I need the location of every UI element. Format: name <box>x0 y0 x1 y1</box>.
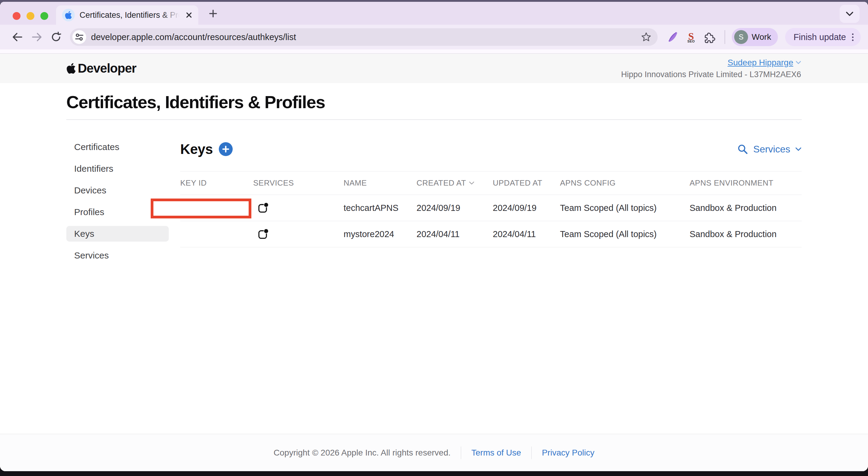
cell-updated-at: 2024/09/19 <box>493 195 560 221</box>
back-button[interactable] <box>9 29 26 45</box>
tab-strip: Certificates, Identifiers & Prof <box>0 2 868 25</box>
toolbar-divider <box>724 30 725 44</box>
cell-name: mystore2024 <box>344 221 416 247</box>
copyright-text: Copyright © 2026 Apple Inc. All rights r… <box>274 448 451 457</box>
cell-name: techcartAPNS <box>344 195 416 221</box>
bookmark-star-icon[interactable] <box>641 32 652 42</box>
sidebar: CertificatesIdentifiersDevicesProfilesKe… <box>66 120 169 269</box>
cell-key-id <box>180 221 253 247</box>
apple-developer-logo[interactable]: Developer <box>66 61 136 75</box>
column-header-services: SERVICES <box>253 171 344 195</box>
keys-heading: Keys <box>180 141 213 157</box>
url-text: developer.apple.com/account/resources/au… <box>91 32 296 42</box>
chevron-down-icon <box>796 61 801 64</box>
tab-search-chevron-icon[interactable] <box>840 5 860 23</box>
footer-divider <box>531 446 532 459</box>
terms-of-use-link[interactable]: Terms of Use <box>471 448 521 457</box>
key-row-mystore2024[interactable]: mystore20242024/04/112024/04/11Team Scop… <box>180 221 802 247</box>
key-services-icon <box>258 202 268 213</box>
redaction-box <box>151 198 251 218</box>
services-filter-dropdown[interactable]: Services <box>737 144 802 155</box>
bookmarks-bar <box>0 50 868 54</box>
cell-apns-config: Team Scoped (All topics) <box>560 195 689 221</box>
forward-button[interactable] <box>28 29 45 45</box>
reload-button[interactable] <box>48 29 64 45</box>
add-key-button[interactable] <box>219 142 233 156</box>
profile-label: Work <box>752 32 771 42</box>
search-icon <box>737 144 748 155</box>
sidebar-item-certificates[interactable]: Certificates <box>66 139 169 155</box>
traffic-lights <box>13 12 48 20</box>
address-bar[interactable]: developer.apple.com/account/resources/au… <box>70 28 658 46</box>
apple-favicon-icon <box>62 9 75 21</box>
key-services-icon <box>258 229 268 240</box>
window-minimize-button[interactable] <box>27 12 34 20</box>
finish-update-button[interactable]: Finish update <box>785 28 861 46</box>
sidebar-item-keys[interactable]: Keys <box>66 226 169 242</box>
sidebar-item-devices[interactable]: Devices <box>66 183 169 198</box>
column-header-updated-at: UPDATED AT <box>493 171 560 195</box>
browser-window: Certificates, Identifiers & Prof <box>0 2 868 471</box>
window-zoom-button[interactable] <box>40 12 48 20</box>
key-row-techcartAPNS[interactable]: techcartAPNS2024/09/192024/09/19Team Sco… <box>180 195 802 221</box>
extensions-puzzle-icon[interactable] <box>702 29 718 45</box>
quill-extension-icon[interactable] <box>664 29 681 45</box>
cell-updated-at: 2024/04/11 <box>493 221 560 247</box>
browser-tab[interactable]: Certificates, Identifiers & Prof <box>56 5 198 25</box>
cell-apns-environment: Sandbox & Production <box>689 195 802 221</box>
sort-chevron-icon <box>469 181 474 185</box>
column-header-apns-config: APNS CONFIG <box>560 171 689 195</box>
table-header-row: KEY IDSERVICESNAMECREATED ATUPDATED ATAP… <box>180 171 802 195</box>
cell-key-id <box>180 195 253 221</box>
browser-toolbar: developer.apple.com/account/resources/au… <box>0 25 868 50</box>
site-footer: Copyright © 2026 Apple Inc. All rights r… <box>0 434 868 471</box>
browser-profile-chip[interactable]: S Work <box>732 28 778 46</box>
keys-main: Keys Services KEY IDSERVICES <box>180 120 802 269</box>
site-settings-icon[interactable] <box>72 30 86 44</box>
account-menu-link[interactable]: Sudeep Hipparge <box>727 57 801 68</box>
window-close-button[interactable] <box>13 12 21 20</box>
sidebar-item-services[interactable]: Services <box>66 248 169 263</box>
column-header-key-id: KEY ID <box>180 171 253 195</box>
seo-extension-icon[interactable]: SSEO <box>683 29 699 45</box>
cell-services <box>253 221 344 247</box>
tab-title: Certificates, Identifiers & Prof <box>80 10 183 20</box>
page-content: Certificates, Identifiers & Profiles Cer… <box>0 83 868 434</box>
cell-services <box>253 195 344 221</box>
privacy-policy-link[interactable]: Privacy Policy <box>542 448 594 457</box>
apple-developer-header: Developer Sudeep Hipparge Hippo Innovati… <box>0 54 868 83</box>
browser-menu-icon[interactable] <box>850 32 855 43</box>
column-header-name: NAME <box>344 171 416 195</box>
new-tab-icon[interactable] <box>208 8 218 19</box>
cell-apns-environment: Sandbox & Production <box>689 221 802 247</box>
team-name-label: Hippo Innovations Private Limited - L37M… <box>621 69 801 80</box>
keys-table: KEY IDSERVICESNAMECREATED ATUPDATED ATAP… <box>180 171 802 247</box>
column-header-created-at[interactable]: CREATED AT <box>416 171 493 195</box>
profile-avatar: S <box>734 30 748 44</box>
cell-created-at: 2024/09/19 <box>416 195 493 221</box>
chevron-down-icon <box>795 147 802 151</box>
cell-created-at: 2024/04/11 <box>416 221 493 247</box>
tab-close-icon[interactable] <box>185 11 193 19</box>
page-title: Certificates, Identifiers & Profiles <box>66 92 802 112</box>
column-header-apns-environment: APNS ENVIRONMENT <box>689 171 802 195</box>
sidebar-item-identifiers[interactable]: Identifiers <box>66 161 169 177</box>
cell-apns-config: Team Scoped (All topics) <box>560 221 689 247</box>
